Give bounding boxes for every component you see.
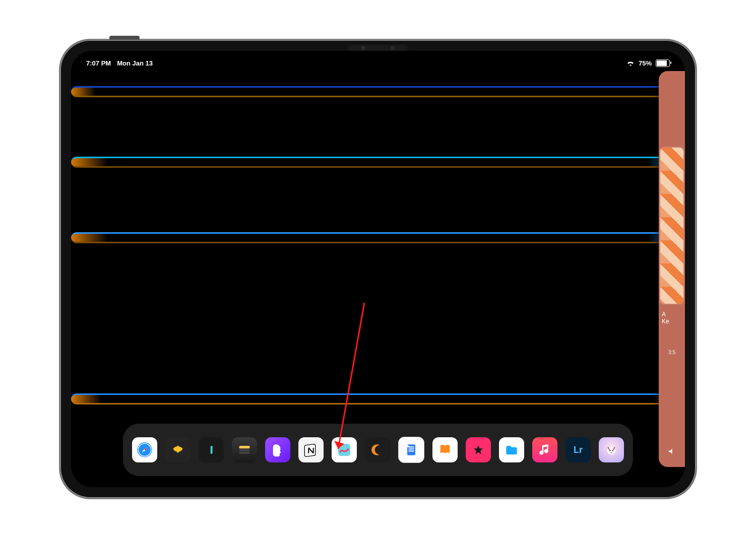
dock-app-scan[interactable]	[398, 437, 424, 463]
wallet-icon	[236, 442, 253, 458]
dock-app-avatar[interactable]	[599, 437, 624, 462]
cat-avatar-icon	[603, 442, 619, 458]
lightroom-text-icon: Lr	[574, 445, 583, 455]
status-bar: 7:07 PM Mon Jan 13 75%	[71, 57, 685, 69]
c-moon-icon	[369, 442, 386, 458]
wallpaper-line	[71, 393, 685, 405]
dock-app-music[interactable]	[532, 437, 557, 462]
head-profile-icon	[270, 442, 286, 458]
safari-icon	[137, 442, 153, 458]
ipad-frame: 7:07 PM Mon Jan 13 75%	[60, 40, 696, 498]
dock-app-line[interactable]	[199, 437, 224, 462]
airplay-speaker-icon[interactable]	[667, 447, 676, 456]
line-icon	[203, 442, 219, 458]
butterfly-icon	[170, 442, 186, 458]
svg-point-16	[609, 450, 611, 451]
slideover-timestamp: 3:5	[668, 350, 675, 355]
dock-app-butterfly[interactable]	[165, 437, 191, 462]
ipad-screen-bezel: 7:07 PM Mon Jan 13 75%	[71, 51, 685, 487]
svg-marker-14	[474, 445, 483, 454]
folder-icon	[503, 442, 520, 458]
dock-app-wallet[interactable]	[232, 437, 257, 462]
dock-app-books[interactable]	[432, 437, 458, 462]
svg-rect-5	[211, 446, 213, 454]
svg-rect-13	[409, 450, 414, 451]
dock-app-freeform[interactable]	[332, 437, 357, 462]
slideover-artwork	[660, 148, 683, 304]
svg-point-17	[612, 450, 613, 451]
notion-icon	[303, 442, 319, 458]
wallpaper-line	[71, 86, 685, 97]
svg-rect-12	[409, 448, 414, 449]
battery-percentage: 75%	[639, 59, 652, 67]
status-date: Mon Jan 13	[117, 59, 153, 67]
dock-app-lightroom[interactable]: Lr	[565, 437, 591, 462]
music-note-icon	[537, 442, 553, 458]
status-time: 7:07 PM	[86, 59, 111, 67]
wallpaper-line	[71, 232, 685, 243]
slideover-title: A Ke	[662, 311, 682, 325]
star-icon	[470, 442, 486, 458]
wifi-icon	[626, 60, 635, 66]
svg-rect-6	[239, 446, 249, 448]
dock: Lr	[123, 424, 633, 476]
svg-rect-7	[239, 449, 249, 451]
dock-app-cmoon[interactable]	[365, 437, 390, 462]
battery-icon	[656, 59, 670, 67]
freeform-icon	[336, 442, 352, 458]
dock-app-star[interactable]	[466, 437, 491, 462]
camera-bar	[348, 45, 408, 51]
dock-app-face[interactable]	[265, 437, 290, 462]
dock-app-notion[interactable]	[298, 437, 324, 462]
svg-rect-8	[239, 452, 249, 454]
slide-over-app[interactable]: A Ke 3:5	[659, 71, 685, 467]
books-icon	[437, 442, 453, 458]
dock-app-files[interactable]	[499, 437, 524, 462]
wallpaper-line	[71, 157, 685, 168]
document-scan-icon	[403, 442, 419, 458]
dock-app-safari[interactable]	[132, 437, 157, 462]
home-screen[interactable]: 7:07 PM Mon Jan 13 75%	[71, 51, 685, 487]
